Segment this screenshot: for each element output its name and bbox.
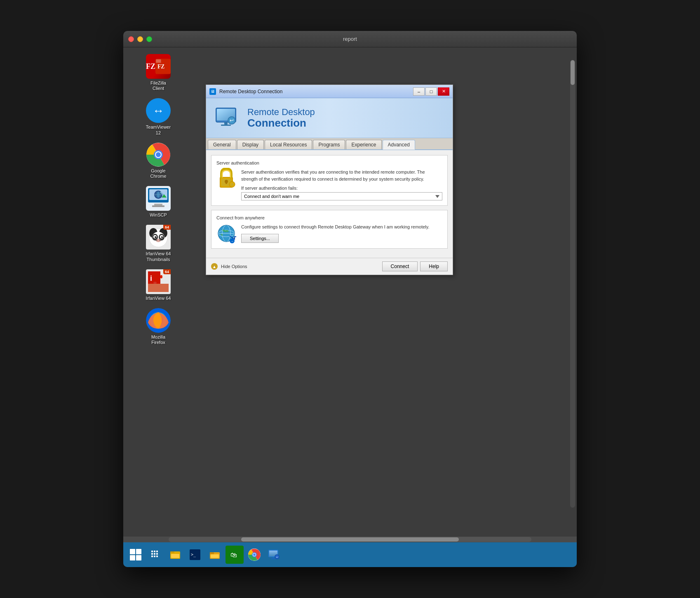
windows-logo <box>130 549 141 560</box>
tab-display[interactable]: Display <box>237 140 264 149</box>
mac-window-controls <box>128 36 152 42</box>
winscp-label: WinSCP <box>150 212 167 218</box>
rdc-header-line2: Connection <box>247 117 306 129</box>
taskbar-explorer[interactable] <box>206 546 224 564</box>
hide-options-button[interactable]: ▲ Hide Options <box>211 263 247 270</box>
taskbar-chrome[interactable] <box>245 546 263 564</box>
mac-minimize-button[interactable] <box>137 36 143 42</box>
footer-right-buttons: Connect Help <box>382 261 448 271</box>
svg-text:→: → <box>230 239 234 243</box>
taskbar-file-explorer[interactable] <box>166 546 184 564</box>
svg-point-53 <box>230 183 234 186</box>
horizontal-scrollbar[interactable] <box>169 537 531 542</box>
svg-rect-65 <box>154 553 155 555</box>
taskbar-rdc[interactable]: ↩ <box>265 546 283 564</box>
chrome-label: Google Chrome <box>150 168 166 179</box>
tab-programs[interactable]: Programs <box>313 140 345 149</box>
svg-rect-62 <box>154 551 155 552</box>
svg-point-83 <box>253 553 256 556</box>
rdc-header-title: Remote Desktop Connection <box>247 107 315 129</box>
arrow-up-icon: ▲ <box>211 263 218 270</box>
svg-point-31 <box>155 239 157 241</box>
win-logo-piece-1 <box>130 549 135 554</box>
server-auth-content: Server authentication verifies that you … <box>241 169 442 200</box>
windows-taskbar: >_ 🛍 <box>123 542 577 567</box>
desktop-icon-filezilla[interactable]: FZ FileZilla Client <box>138 52 179 94</box>
hide-options-label: Hide Options <box>221 264 247 269</box>
rdc-titlebar: 🖥 Remote Desktop Connection – □ ✕ <box>206 85 453 98</box>
connect-button[interactable]: Connect <box>382 261 418 271</box>
svg-rect-88 <box>271 558 276 559</box>
svg-rect-71 <box>170 551 174 553</box>
tab-advanced[interactable]: Advanced <box>383 140 415 150</box>
svg-rect-51 <box>226 181 227 184</box>
win-logo-piece-4 <box>136 555 141 560</box>
windows-main-area: 🖥 Remote Desktop Connection – □ ✕ <box>193 47 577 537</box>
connect-anywhere-title: Connect from anywhere <box>216 215 442 220</box>
server-auth-inner: Server authentication verifies that you … <box>216 169 442 200</box>
rdc-title-text: Remote Desktop Connection <box>219 89 413 94</box>
irfanview-icon: i 64 <box>146 269 171 294</box>
server-auth-section: Server authentication <box>211 155 448 206</box>
taskbar-apps-button[interactable] <box>146 546 164 564</box>
irfanview-thumbnails-icon: 64 <box>146 225 171 250</box>
mac-window: report FZ <box>123 31 577 567</box>
connect-anywhere-inner: → Configure settings to connect through … <box>216 224 442 243</box>
winscp-icon <box>146 186 171 211</box>
svg-rect-77 <box>211 554 219 558</box>
svg-rect-17 <box>152 205 164 207</box>
taskbar-store[interactable]: 🛍 <box>226 546 244 564</box>
mac-close-button[interactable] <box>128 36 134 42</box>
firefox-icon <box>146 308 171 333</box>
irfanview-thumbnails-label: IrfanView 64 Thumbnails <box>146 251 171 262</box>
desktop-icon-teamviewer[interactable]: ↔ TeamViewer 12 <box>138 96 179 138</box>
globe-icon: → <box>216 224 236 243</box>
tab-local-resources[interactable]: Local Resources <box>265 140 312 149</box>
dropdown-label: If server authentication fails: <box>241 186 442 191</box>
tab-general[interactable]: General <box>208 140 236 149</box>
taskbar-powershell[interactable]: >_ <box>186 546 204 564</box>
desktop-icon-chrome[interactable]: Google Chrome <box>138 140 179 181</box>
server-auth-dropdown[interactable]: Connect and don't warn me Warn me Do not… <box>241 192 442 200</box>
help-button[interactable]: Help <box>420 261 448 271</box>
rdc-close-button[interactable]: ✕ <box>438 87 449 96</box>
start-button[interactable] <box>127 546 145 564</box>
connect-anywhere-description: Configure settings to connect through Re… <box>241 224 442 231</box>
svg-point-28 <box>155 236 156 238</box>
horizontal-scrollbar-thumb[interactable] <box>241 537 459 541</box>
rdc-title-buttons: – □ ✕ <box>413 87 449 96</box>
svg-text:🛍: 🛍 <box>230 551 237 558</box>
filezilla-label: FileZilla Client <box>150 80 166 91</box>
svg-text:↩: ↩ <box>276 556 278 558</box>
desktop-icon-firefox[interactable]: Mozilla Firefox <box>138 306 179 348</box>
rdc-tab-content: Server authentication <box>206 150 453 258</box>
svg-text:↩: ↩ <box>230 118 234 123</box>
svg-rect-76 <box>210 552 214 554</box>
chrome-icon <box>146 143 170 167</box>
rdc-maximize-button[interactable]: □ <box>425 87 437 96</box>
settings-button[interactable]: Settings... <box>241 234 279 243</box>
svg-point-29 <box>161 236 163 238</box>
connect-anywhere-section: Connect from anywhere <box>211 210 448 249</box>
lock-icon <box>216 169 236 188</box>
svg-rect-61 <box>151 551 153 552</box>
mac-maximize-button[interactable] <box>146 36 152 42</box>
teamviewer-label: TeamViewer 12 <box>146 125 171 135</box>
desktop-icon-irfanview[interactable]: i 64 IrfanView 64 <box>138 267 179 304</box>
svg-text:i: i <box>150 274 152 283</box>
windows-desktop-container: FZ FileZilla Client ↔ <box>123 47 577 567</box>
svg-rect-2 <box>156 59 161 63</box>
server-auth-description: Server authentication verifies that you … <box>241 169 442 182</box>
svg-rect-63 <box>156 551 158 552</box>
rdc-minimize-button[interactable]: – <box>413 87 425 96</box>
svg-rect-67 <box>151 556 153 557</box>
tab-experience[interactable]: Experience <box>346 140 381 149</box>
svg-rect-16 <box>154 204 162 205</box>
desktop-icon-winscp[interactable]: WinSCP <box>138 184 179 220</box>
win-logo-piece-2 <box>136 549 141 554</box>
desktop-icons-area: FZ FileZilla Client ↔ <box>123 47 193 537</box>
svg-rect-87 <box>272 557 274 558</box>
desktop-icon-irfanview-thumbnails[interactable]: 64 IrfanView 64 Thumbnails <box>138 222 179 264</box>
svg-rect-64 <box>151 553 153 555</box>
svg-point-32 <box>159 239 162 241</box>
